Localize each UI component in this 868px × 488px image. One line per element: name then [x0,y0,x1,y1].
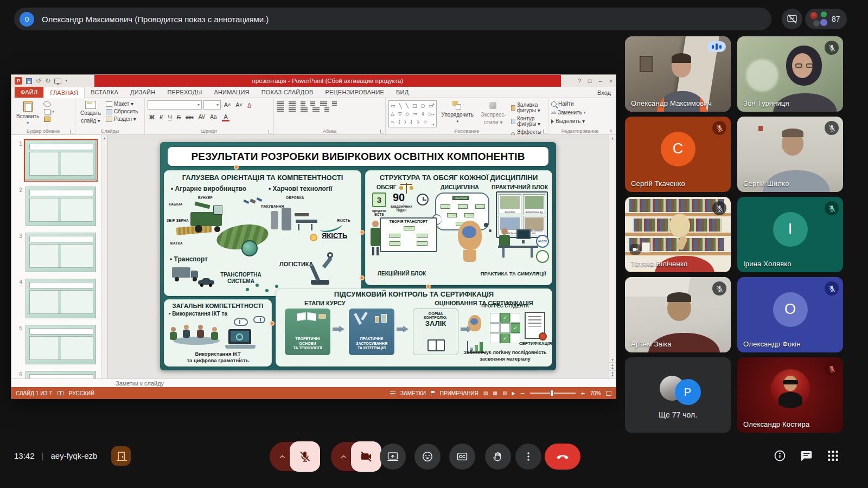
save-icon[interactable] [26,78,32,84]
format-painter-button[interactable] [44,117,54,122]
slide-scrollbar[interactable]: ▴ ▾ ▴▴ ▾▾ [609,135,616,378]
shrink-font-button[interactable]: A˅ [234,101,245,110]
shape-outline-button[interactable]: Контур фигуры ▾ [511,116,545,127]
change-case-button[interactable]: Aa [208,113,218,121]
clear-formatting-button[interactable]: A̲ [246,101,253,110]
numbering-button[interactable] [289,101,296,102]
columns-button[interactable] [324,107,329,108]
underline-button[interactable]: Ч [166,113,173,121]
slide-thumbnail-5[interactable]: 5 [16,325,99,364]
end-call-button[interactable] [545,444,580,470]
bold-button[interactable]: Ж [148,113,156,121]
justify-button[interactable] [312,107,320,108]
slide-thumbnail-1[interactable]: 1 [16,140,99,180]
slide-sorter-button[interactable]: ▦ [493,390,497,396]
activities-grid-icon[interactable] [826,449,840,463]
character-spacing-button[interactable]: AV [197,113,207,121]
align-right-button[interactable] [301,107,308,108]
more-options-button[interactable] [515,444,541,470]
tab-animations[interactable]: АНИМАЦИЯ [208,87,255,98]
minimize-button[interactable]: – [598,78,602,84]
participant-tile-oleksandr-kostyra[interactable]: Олександр Костира [737,357,843,433]
close-button[interactable]: × [609,78,612,84]
undo-icon[interactable]: ↺ [36,78,41,84]
participant-tile-tetyana-bilichenko[interactable]: Тетяна Біліченко [625,197,731,272]
spellcheck-icon[interactable] [58,391,63,395]
text-direction-button[interactable] [332,101,337,102]
zoom-slider[interactable] [530,393,576,394]
drawing-dialog-launcher[interactable] [543,130,547,133]
participant-tile-oleksandr-fokin[interactable]: O Олександр Фокін [737,277,843,352]
slide-thumbnail-2[interactable]: 2 [16,187,99,226]
zoom-level[interactable]: 70% [590,390,601,396]
line-spacing-button[interactable] [320,101,327,102]
present-screen-button[interactable] [380,444,406,470]
cut-button[interactable] [44,101,54,107]
customize-qat-icon[interactable]: ▾ [65,79,67,83]
participant-tile-serhii-tkachenko[interactable]: C Сергій Ткаченко [625,117,731,192]
collapse-ribbon-button[interactable]: ∧ [609,128,612,133]
next-slide-button[interactable]: ▾▾ [609,370,616,378]
comments-toggle[interactable]: ПРИМЕЧАНИЯ [440,390,478,396]
language-indicator[interactable]: РУССКИЙ [69,390,94,396]
clipboard-dialog-launcher[interactable] [70,130,74,133]
normal-view-button[interactable]: ▤ [483,390,488,396]
participant-tile-zoya-turyanytsia[interactable]: Зоя Туряниця [737,36,843,112]
help-button[interactable]: ? [578,78,581,84]
layout-button[interactable]: Макет ▾ [106,101,138,107]
thumbnail-scrollbar[interactable]: ▴ [101,135,107,378]
breakout-room-button[interactable] [111,446,131,466]
participant-tile-artem-zaika[interactable]: Артем Заіка [625,277,731,352]
tab-file[interactable]: ФАЙЛ [15,87,43,98]
tab-design[interactable]: ДИЗАЙН [124,87,161,98]
powerpoint-logo-icon[interactable]: P [15,77,22,85]
notes-pane[interactable]: Заметки к слайду [11,378,616,387]
notes-toggle[interactable]: ЗАМЕТКИ [400,390,426,396]
reset-button[interactable]: Сбросить [106,109,138,114]
font-dialog-launcher[interactable] [269,130,272,133]
quick-styles-button[interactable]: Экспресс- стили ▾ [478,100,508,127]
redo-icon[interactable]: ↻ [45,78,50,84]
annotations-off-button[interactable] [782,9,802,29]
captions-button[interactable] [449,444,475,470]
font-name-dropdown[interactable]: ▾ [148,100,202,110]
decrease-indent-button[interactable] [301,101,305,102]
raise-hand-button[interactable] [485,444,511,470]
replace-button[interactable]: abЗаменить▾ [551,110,585,115]
select-button[interactable]: Выделить ▾ [551,119,585,124]
restore-button[interactable]: □ [588,78,592,84]
zoom-in-button[interactable]: + [580,390,585,397]
new-slide-button[interactable]: Создать слайд ▾ [78,100,103,127]
copy-button[interactable]: ▾ [44,109,54,114]
mic-muted-button[interactable] [290,441,320,472]
tab-review[interactable]: РЕЦЕНЗИРОВАНИЕ [319,87,390,98]
tab-view[interactable]: ВИД [390,87,414,98]
participant-tile-oleksandr-maksymovych[interactable]: Олександр Максимович [625,36,731,112]
increase-indent-button[interactable] [310,101,315,102]
font-color-button[interactable]: A [222,113,229,121]
italic-button[interactable]: К [158,113,164,121]
chat-icon[interactable] [800,449,813,463]
paste-button[interactable]: Вставить ▾ [14,100,41,127]
slide-thumbnail-6[interactable]: 6 [16,371,99,378]
find-button[interactable]: Найти [551,101,585,107]
tab-home[interactable]: ГЛАВНАЯ [43,87,85,98]
grow-font-button[interactable]: A˄ [222,101,233,110]
align-center-button[interactable] [289,107,296,108]
section-button[interactable]: Раздел ▾ [106,117,138,122]
shapes-gallery[interactable]: ▭ ╲ ╲ □ ○ ▭ △ ▽ ◇ ⇒ ⇓ ▷ ~ ( ) { } ☆ ▴▾▾ [388,100,437,127]
camera-off-button[interactable] [351,441,381,472]
meeting-details-icon[interactable] [773,449,787,463]
fit-slide-button[interactable] [606,391,611,396]
slide-thumbnail-4[interactable]: 4 [16,279,99,318]
zoom-out-button[interactable]: − [520,390,525,397]
previous-slide-button[interactable]: ▴▴ [609,362,616,370]
bullets-button[interactable] [277,101,284,102]
overflow-tile-more-participants[interactable]: P Ще 77 чол. [625,357,731,433]
tab-insert[interactable]: ВСТАВКА [85,87,124,98]
arrange-button[interactable]: Упорядочить ▾ [439,100,476,127]
reactions-button[interactable] [414,444,441,470]
zoom-slider-thumb[interactable] [550,390,554,396]
text-shadow-button[interactable]: abc [184,113,195,121]
paragraph-dialog-launcher[interactable] [380,130,384,133]
